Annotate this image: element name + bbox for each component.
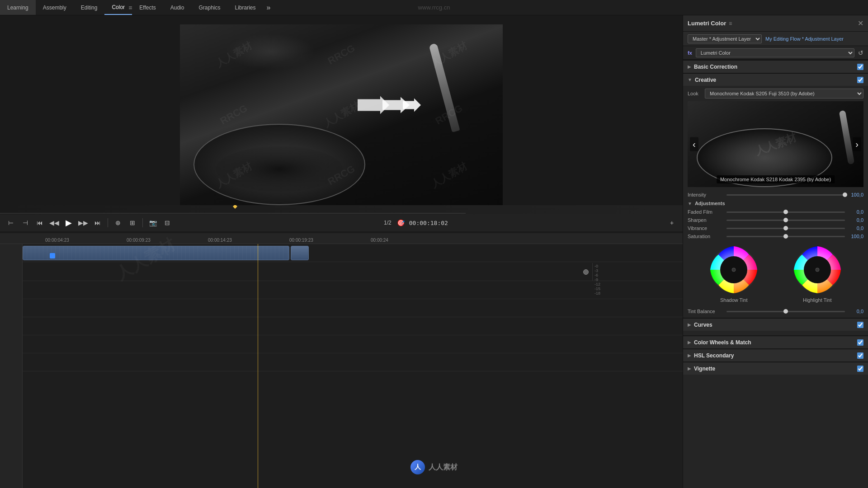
saturation-row: Saturation 100,0 xyxy=(683,232,868,240)
hsl-secondary-checkbox[interactable] xyxy=(857,352,863,359)
top-navigation: Learning Assembly Editing Color ≡ Effect… xyxy=(0,0,868,15)
fx-reset-button[interactable]: ↺ xyxy=(858,49,863,56)
svg-point-8 xyxy=(816,268,819,272)
skip-fwd-button[interactable]: ⏭ xyxy=(91,216,104,229)
add-button[interactable]: + xyxy=(665,216,678,229)
look-dropdown[interactable]: Monochrome Kodak S205 Fuji 3510 (by Adob… xyxy=(705,89,863,99)
faded-film-thumb[interactable] xyxy=(783,210,788,214)
lumetri-panel: Lumetri Color ≡ ✕ Master * Adjustment La… xyxy=(683,15,868,488)
saturation-slider[interactable] xyxy=(726,236,845,237)
adjustments-subsection-header[interactable]: ▼ Adjustments xyxy=(683,199,868,208)
video-clip-1[interactable] xyxy=(23,246,289,260)
nav-editing[interactable]: Editing xyxy=(74,0,105,15)
adjustments-toggle: ▼ xyxy=(688,201,692,206)
basic-correction-toggle: ▶ xyxy=(688,64,691,69)
color-wheels-match-title: Color Wheels & Match xyxy=(694,339,751,346)
overwrite-button[interactable]: ⊞ xyxy=(126,216,139,229)
basic-correction-header[interactable]: ▶ Basic Correction xyxy=(683,60,868,73)
nav-graphics[interactable]: Graphics xyxy=(191,0,227,15)
track-row-5 xyxy=(23,317,683,335)
vibrance-thumb[interactable] xyxy=(783,226,788,230)
look-preview-container: 人人素材 ‹ › Monochrome Kodak S218 Kodak 239… xyxy=(688,101,863,187)
watermark-header: www.rrcg.cn xyxy=(418,4,450,11)
hsl-secondary-section: ▶ HSL Secondary xyxy=(683,348,868,361)
timeline-ruler: 00:00:04:23 00:00:09:23 00:00:14:23 00:0… xyxy=(0,233,683,244)
color-menu-icon[interactable]: ≡ xyxy=(128,4,132,11)
sharpen-value: 0,0 xyxy=(848,217,863,223)
level-meter: -0 -3 -6 -9 -12 -15 -18 xyxy=(592,263,683,281)
nav-audio[interactable]: Audio xyxy=(163,0,192,15)
creative-checkbox[interactable] xyxy=(857,77,863,83)
track-content[interactable]: -0 -3 -6 -9 -12 -15 -18 xyxy=(23,244,683,488)
saturation-thumb[interactable] xyxy=(783,234,788,239)
color-wheels-match-toggle: ▶ xyxy=(688,340,691,345)
curves-toggle: ▶ xyxy=(688,322,691,327)
mark-out-button[interactable]: ⊣ xyxy=(19,216,32,229)
tint-balance-thumb[interactable] xyxy=(783,309,788,314)
look-row: Look Monochrome Kodak S205 Fuji 3510 (by… xyxy=(683,86,868,101)
ruler-ticks: for(let i=0;i<35;i++){ document.currentS… xyxy=(0,205,683,214)
highlight-tint-wheel[interactable] xyxy=(793,245,842,295)
creative-section: ▼ Creative Look Monochrome Kodak S205 Fu… xyxy=(683,73,868,318)
timecode-display: 00:00:18:02 xyxy=(409,220,448,226)
vibrance-slider[interactable] xyxy=(726,228,845,229)
sharpen-slider[interactable] xyxy=(726,220,845,221)
look-preview-image: 人人素材 xyxy=(688,101,863,187)
vignette-checkbox[interactable] xyxy=(857,366,863,372)
panel-close-button[interactable]: ✕ xyxy=(858,19,863,28)
look-label: Look xyxy=(688,91,701,96)
curves-checkbox[interactable] xyxy=(857,322,863,328)
tint-balance-slider[interactable] xyxy=(726,311,845,312)
creative-section-header[interactable]: ▼ Creative xyxy=(683,73,868,86)
hsl-secondary-toggle: ▶ xyxy=(688,353,691,358)
nav-more-icon[interactable]: » xyxy=(263,4,274,12)
hsl-secondary-header[interactable]: ▶ HSL Secondary xyxy=(683,349,868,361)
basic-correction-section: ▶ Basic Correction xyxy=(683,60,868,73)
prev-frame-button[interactable]: ◀◀ xyxy=(48,216,61,229)
audio-track-row: -0 -3 -6 -9 -12 -15 -18 xyxy=(23,263,683,281)
db-6: -6 xyxy=(594,273,681,277)
left-panel: 人人素材 RRCG 人人素材 RRCG 人人素材 RRCG 人人素材 RRCG … xyxy=(0,15,683,488)
faded-film-slider[interactable] xyxy=(726,211,845,213)
export-frame-button[interactable]: 📷 xyxy=(146,216,159,229)
video-track-row xyxy=(23,244,683,262)
video-grain xyxy=(225,33,316,70)
sharpen-label: Sharpen xyxy=(688,217,724,223)
play-button[interactable]: ▶ xyxy=(62,216,75,229)
track-headers xyxy=(0,244,23,488)
vignette-section-header[interactable]: ▶ Vignette xyxy=(683,362,868,375)
effect-dropdown[interactable]: Lumetri Color xyxy=(696,48,854,57)
nav-effects[interactable]: Effects xyxy=(132,0,163,15)
shadow-tint-wheel[interactable] xyxy=(709,245,759,295)
master-layer-dropdown[interactable]: Master * Adjustment Layer xyxy=(688,34,762,43)
preview-nav-left-button[interactable]: ‹ xyxy=(690,137,698,151)
sharpen-thumb[interactable] xyxy=(783,218,788,222)
skip-back-button[interactable]: ⏮ xyxy=(33,216,46,229)
basic-correction-checkbox[interactable] xyxy=(857,64,863,70)
nav-color[interactable]: Color xyxy=(104,0,132,15)
panel-header: Lumetri Color ≡ ✕ xyxy=(683,15,868,32)
color-wheels-row: Shadow Tint xyxy=(683,240,868,307)
curves-section-header[interactable]: ▶ Curves xyxy=(683,318,868,331)
multi-cam-button[interactable]: ⊟ xyxy=(161,216,174,229)
color-wheels-match-header[interactable]: ▶ Color Wheels & Match xyxy=(683,336,868,348)
intensity-slider-thumb[interactable] xyxy=(843,192,847,197)
next-frame-button[interactable]: ▶▶ xyxy=(77,216,90,229)
ruler-mark-1: 00:00:04:23 xyxy=(45,238,69,243)
color-wheels-match-checkbox[interactable] xyxy=(857,339,863,346)
nav-learning[interactable]: Learning xyxy=(0,0,36,15)
video-clip-2[interactable] xyxy=(291,246,309,260)
nav-assembly[interactable]: Assembly xyxy=(36,0,74,15)
video-preview: 人人素材 RRCG 人人素材 RRCG 人人素材 RRCG 人人素材 RRCG … xyxy=(180,24,503,205)
vibrance-label: Vibrance xyxy=(688,225,724,231)
tint-balance-row: Tint Balance 0,0 xyxy=(683,307,868,318)
highlight-tint-item: Highlight Tint xyxy=(793,245,842,303)
panel-menu-icon[interactable]: ≡ xyxy=(729,20,732,27)
mark-in-button[interactable]: ⊢ xyxy=(5,216,17,229)
creative-toggle: ▼ xyxy=(688,77,692,82)
nav-libraries[interactable]: Libraries xyxy=(228,0,263,15)
intensity-slider-track[interactable] xyxy=(726,194,845,196)
my-editing-flow-link[interactable]: My Editing Flow * Adjustment Layer xyxy=(765,36,844,42)
preview-nav-right-button[interactable]: › xyxy=(853,137,861,151)
insert-button[interactable]: ⊕ xyxy=(112,216,124,229)
